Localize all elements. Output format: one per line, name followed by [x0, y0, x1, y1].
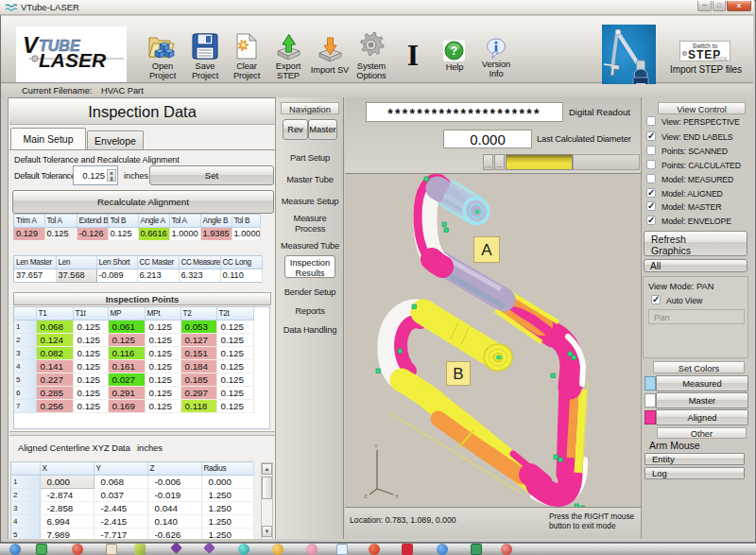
svg-text:V: V: [23, 32, 40, 58]
svg-text:Z: Z: [364, 494, 368, 499]
svg-text:?: ?: [451, 44, 457, 58]
svg-text:X: X: [395, 494, 399, 499]
svg-text:Y: Y: [374, 443, 378, 449]
svg-text:LASER: LASER: [39, 49, 107, 71]
